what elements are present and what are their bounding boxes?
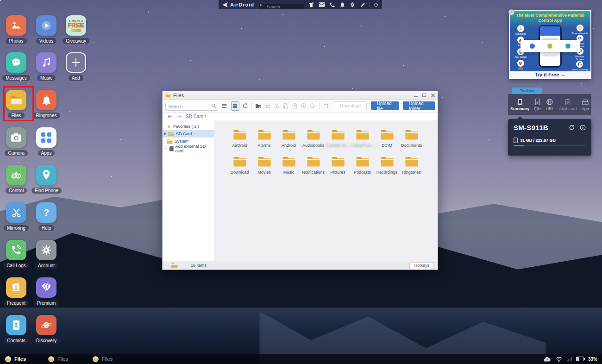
folder-icon — [307, 129, 320, 140]
folder-item[interactable]: Android — [276, 129, 301, 147]
global-search-input[interactable] — [258, 4, 304, 10]
folder-item[interactable]: Alarms — [252, 129, 276, 147]
app-music[interactable]: Music — [31, 52, 61, 82]
toolbox-item-url[interactable]: URL — [546, 98, 554, 111]
rename-button[interactable] — [264, 102, 270, 110]
window-titlebar[interactable]: Files — [163, 91, 438, 100]
folder-item[interactable]: DCIM — [375, 129, 399, 147]
device-info-icon[interactable] — [580, 125, 586, 131]
folder-icon — [405, 156, 419, 167]
wifi-icon[interactable] — [555, 356, 563, 362]
list-view-button[interactable] — [220, 101, 229, 111]
folder-item[interactable]: Recordings — [375, 156, 399, 174]
ad-cta-button[interactable]: Try it Free → — [510, 71, 590, 78]
folder-item[interactable]: Ringtones — [399, 156, 424, 174]
app-account[interactable]: Account — [31, 240, 61, 269]
bell-icon[interactable] — [339, 2, 345, 8]
app-ringtones[interactable]: Ringtones — [31, 90, 61, 119]
app-call-logs[interactable]: Call Logs — [1, 240, 31, 269]
back-arrow-icon[interactable] — [167, 114, 173, 119]
app-giveaway[interactable]: 1 MONTH FREE Giveaway — [61, 15, 91, 44]
maximize-button[interactable] — [422, 93, 426, 97]
upload-file-button[interactable]: Upload file — [371, 101, 399, 110]
app-label: Discovery — [33, 338, 60, 344]
favorite-star-button[interactable] — [309, 102, 316, 110]
folder-item[interactable]: AirDroid — [227, 129, 252, 147]
paste-button[interactable] — [291, 102, 298, 110]
app-frequent[interactable]: Frequent — [1, 277, 31, 307]
app-discovery[interactable]: Discovery — [31, 315, 61, 344]
folder-item[interactable]: Documents — [399, 129, 424, 147]
sidebar-label: SD Card — [176, 132, 192, 136]
phone-icon[interactable] — [329, 2, 335, 8]
breadcrumb[interactable]: SD Card / — [186, 114, 206, 119]
download-button[interactable]: Download — [334, 101, 366, 110]
app-label: Contacts — [4, 338, 28, 344]
folder-item[interactable]: Podcasts — [350, 156, 375, 174]
new-folder-button[interactable] — [255, 102, 262, 110]
app-contacts[interactable]: Contacts — [1, 315, 31, 344]
app-videos[interactable]: Videos — [31, 15, 61, 44]
app-premium[interactable]: Premium — [31, 277, 61, 307]
signal-bars-icon — [567, 357, 572, 361]
folder-item[interactable]: Notifications — [301, 156, 326, 174]
app-mirroring[interactable]: Mirroring — [1, 202, 31, 232]
toolbox-item-file[interactable]: File — [534, 98, 541, 111]
toolbar-separator — [319, 102, 320, 109]
app-messages[interactable]: Messages — [1, 52, 31, 82]
copy-button[interactable] — [282, 102, 288, 110]
taskbar-item-files-3[interactable]: Files — [92, 356, 113, 362]
parental-control-ad[interactable]: × The Most Comprehensive Parental Contro… — [509, 10, 591, 79]
close-button[interactable] — [431, 93, 435, 97]
device-refresh-icon[interactable] — [569, 125, 575, 131]
app-camera[interactable]: Camera — [1, 127, 31, 157]
file-search-input[interactable] — [165, 103, 218, 111]
window-body: ★ Favorites ( 1 ) SD Card System Add ext… — [163, 120, 438, 261]
folder-item[interactable]: CaptialTran... — [350, 129, 375, 147]
sidebar-item-add-external-sd[interactable]: Add external SD card — [163, 145, 214, 152]
power-icon[interactable] — [374, 2, 378, 8]
folder-item[interactable]: Audiobooks — [301, 129, 326, 147]
app-add[interactable]: Add — [61, 52, 91, 82]
window-statusbar: 16 items Hotkeys — [163, 261, 438, 270]
folder-item[interactable]: Music — [276, 156, 301, 174]
grid-view-button[interactable] — [231, 101, 239, 111]
app-find-phone[interactable]: Find Phone — [31, 165, 61, 194]
expander-arrow-icon[interactable] — [164, 132, 166, 135]
search-icon[interactable] — [211, 103, 216, 108]
taskbar-item-files-2[interactable]: Files — [48, 356, 68, 362]
ad-close-icon[interactable]: × — [508, 9, 514, 15]
delete-button[interactable] — [323, 102, 329, 110]
gear-icon[interactable] — [350, 2, 356, 8]
app-help[interactable]: ? Help — [31, 202, 61, 232]
tshirt-icon[interactable] — [308, 2, 314, 8]
sidebar-item-favorites[interactable]: ★ Favorites ( 1 ) — [163, 123, 214, 130]
storage-bar — [514, 145, 586, 146]
folder-item[interactable]: Download — [227, 156, 252, 174]
cloud-sync-icon[interactable] — [543, 356, 551, 362]
toolbox-item-clipboard[interactable]: Clipboard — [559, 98, 577, 111]
hotkeys-button[interactable]: Hotkeys — [409, 262, 434, 269]
mail-icon[interactable] — [319, 2, 325, 7]
app-photos[interactable]: Photos — [1, 15, 31, 44]
toolbox-tab[interactable]: Toolbox — [512, 88, 542, 94]
share-button[interactable] — [300, 102, 307, 110]
cut-button[interactable] — [273, 102, 280, 110]
folder-icon — [257, 129, 271, 140]
folder-item[interactable]: Pictures — [326, 156, 350, 174]
refresh-button[interactable] — [242, 102, 248, 110]
sidebar-item-sd-card[interactable]: SD Card — [163, 130, 214, 138]
app-apps[interactable]: Apps — [31, 127, 61, 157]
taskbar-item-files-1[interactable]: Files — [5, 356, 26, 362]
app-control[interactable]: Control — [1, 165, 31, 194]
minimize-button[interactable] — [414, 93, 418, 97]
photos-icon — [6, 15, 26, 36]
toolbox-item-summary[interactable]: Summary — [510, 98, 529, 111]
upload-folder-button[interactable]: Upload folder — [403, 101, 435, 110]
device-name: SM-S911B — [514, 124, 548, 132]
forward-arrow-icon[interactable] — [176, 114, 182, 119]
toolbox-item-app[interactable]: App — [582, 98, 589, 111]
folder-item[interactable]: CaptialCan... — [326, 129, 350, 147]
folder-item[interactable]: Movies — [252, 156, 276, 174]
pencil-icon[interactable] — [360, 2, 366, 8]
